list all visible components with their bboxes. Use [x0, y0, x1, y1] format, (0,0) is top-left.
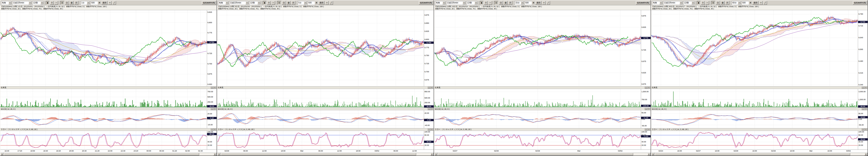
period-day-button[interactable]: 日 [716, 1, 720, 5]
period-week-button[interactable]: 週 [286, 1, 290, 5]
period-minute-button[interactable]: 分 [711, 1, 715, 5]
instrument-category-select[interactable]: 先物 ▼ [1, 1, 11, 5]
scroll-left-button[interactable]: ◄ [651, 153, 654, 156]
symbol-info-button[interactable]: 描画銘柄情報 [853, 1, 867, 5]
macd-chart-canvas[interactable] [434, 110, 641, 128]
scroll-right-button[interactable]: ► [431, 153, 434, 156]
collapse-up-button[interactable]: ▲ [645, 87, 647, 89]
volume-chart-canvas[interactable] [217, 89, 424, 108]
collapse-down-button[interactable]: ▼ [431, 108, 433, 110]
scrollbar-track[interactable] [654, 153, 865, 156]
macd-chart-canvas[interactable] [217, 110, 424, 128]
apply-button[interactable]: 適用 [752, 1, 758, 5]
interval-select[interactable]: 1分 ▼ [81, 1, 90, 5]
period-day-button[interactable]: 日 [65, 1, 69, 5]
contract-month-select[interactable]: 12/限 ▼ [249, 1, 260, 5]
stochastics-chart-canvas[interactable] [434, 131, 641, 150]
period-week-button[interactable]: 週 [69, 1, 73, 5]
symbol-info-button[interactable]: 描画銘柄情報 [419, 1, 433, 5]
collapse-down-button[interactable]: ▼ [648, 129, 650, 131]
contract-month-select[interactable]: 12/限 ▼ [466, 1, 477, 5]
collapse-up-button[interactable]: ▲ [862, 129, 864, 131]
line-type-button[interactable]: ~ [271, 1, 275, 5]
collapse-up-button[interactable]: ▲ [428, 87, 430, 89]
ohlc-bar-type-button[interactable]: ‖ [267, 1, 271, 5]
period-minute-button[interactable]: 分 [277, 1, 281, 5]
ohlc-bar-type-button[interactable]: ‖ [484, 1, 488, 5]
scroll-right-button[interactable]: ► [865, 153, 868, 156]
period-month-button[interactable]: 月 [74, 1, 78, 5]
contract-month-select[interactable]: 12/限 ▼ [683, 1, 694, 5]
period-week-button[interactable]: 週 [503, 1, 507, 5]
main-chart-canvas[interactable] [217, 10, 424, 86]
scrollbar-thumb[interactable] [4, 153, 199, 155]
ohlc-bar-type-button[interactable]: ‖ [50, 1, 54, 5]
interval-select[interactable]: 15分 ▼ [515, 1, 524, 5]
line-type-button[interactable]: ~ [488, 1, 492, 5]
scroll-right-button[interactable]: ► [648, 153, 651, 156]
scrollbar-thumb[interactable] [655, 153, 850, 155]
crosshair-button[interactable]: + [108, 1, 112, 5]
interval-select[interactable]: 5分 ▼ [298, 1, 307, 5]
ohlc-bar-type-button[interactable]: ‖ [701, 1, 705, 5]
collapse-up-button[interactable]: ▲ [862, 108, 864, 110]
trendline-button[interactable]: ╱ [112, 1, 116, 5]
candlestick-type-button[interactable]: ▮ [480, 1, 484, 5]
collapse-down-button[interactable]: ▼ [648, 87, 650, 89]
main-chart-canvas[interactable] [434, 10, 641, 86]
scroll-left-button[interactable]: ◄ [0, 153, 3, 156]
stochastics-chart-canvas[interactable] [0, 131, 207, 150]
candlestick-type-button[interactable]: ▮ [263, 1, 267, 5]
collapse-up-button[interactable]: ▲ [645, 129, 647, 131]
stochastics-chart-canvas[interactable] [651, 131, 858, 150]
candlestick-type-button[interactable]: ▮ [697, 1, 701, 5]
scroll-right-button[interactable]: ► [214, 153, 217, 156]
collapse-up-button[interactable]: ▲ [428, 108, 430, 110]
trendline-button[interactable]: ╱ [329, 1, 333, 5]
apply-button[interactable]: 適用 [318, 1, 324, 5]
symbol-select[interactable]: 日経225mini ▼ [446, 1, 466, 5]
line-type-button[interactable]: ~ [54, 1, 58, 5]
symbol-select[interactable]: 日経225mini ▼ [663, 1, 683, 5]
symbol-info-button[interactable]: 描画銘柄情報 [202, 1, 216, 5]
macd-chart-canvas[interactable] [0, 110, 207, 128]
scrollbar-track[interactable] [437, 153, 648, 156]
scrollbar-track[interactable] [220, 153, 431, 156]
volume-chart-canvas[interactable] [651, 89, 858, 108]
period-minute-button[interactable]: 分 [494, 1, 498, 5]
instrument-category-select[interactable]: 先物 ▼ [652, 1, 662, 5]
collapse-up-button[interactable]: ▲ [862, 87, 864, 89]
collapse-down-button[interactable]: ▼ [214, 129, 216, 131]
period-minute-button[interactable]: 分 [60, 1, 64, 5]
collapse-up-button[interactable]: ▲ [211, 108, 213, 110]
collapse-down-button[interactable]: ▼ [431, 129, 433, 131]
volume-chart-canvas[interactable] [434, 89, 641, 108]
stochastics-chart-canvas[interactable] [217, 131, 424, 150]
collapse-down-button[interactable]: ▼ [865, 108, 867, 110]
line-type-button[interactable]: ~ [705, 1, 709, 5]
period-week-button[interactable]: 週 [720, 1, 724, 5]
macd-chart-canvas[interactable] [651, 110, 858, 128]
apply-button[interactable]: 適用 [101, 1, 107, 5]
collapse-up-button[interactable]: ▲ [211, 129, 213, 131]
candlestick-type-button[interactable]: ▮ [46, 1, 50, 5]
collapse-down-button[interactable]: ▼ [865, 87, 867, 89]
bar-count-input[interactable]: 500 [307, 1, 315, 5]
period-day-button[interactable]: 日 [499, 1, 503, 5]
instrument-category-select[interactable]: 先物 ▼ [435, 1, 445, 5]
bar-count-input[interactable]: 500 [741, 1, 749, 5]
period-month-button[interactable]: 月 [508, 1, 512, 5]
collapse-down-button[interactable]: ▼ [865, 129, 867, 131]
trendline-button[interactable]: ╱ [763, 1, 767, 5]
scrollbar-thumb[interactable] [438, 153, 633, 155]
collapse-down-button[interactable]: ▼ [214, 108, 216, 110]
collapse-up-button[interactable]: ▲ [428, 129, 430, 131]
interval-select[interactable]: 60分 ▼ [732, 1, 741, 5]
crosshair-button[interactable]: + [759, 1, 763, 5]
scrollbar-track[interactable] [3, 153, 214, 156]
period-month-button[interactable]: 月 [725, 1, 729, 5]
scroll-left-button[interactable]: ◄ [434, 153, 437, 156]
bar-count-input[interactable]: 500 [524, 1, 532, 5]
collapse-down-button[interactable]: ▼ [648, 108, 650, 110]
collapse-down-button[interactable]: ▼ [214, 87, 216, 89]
